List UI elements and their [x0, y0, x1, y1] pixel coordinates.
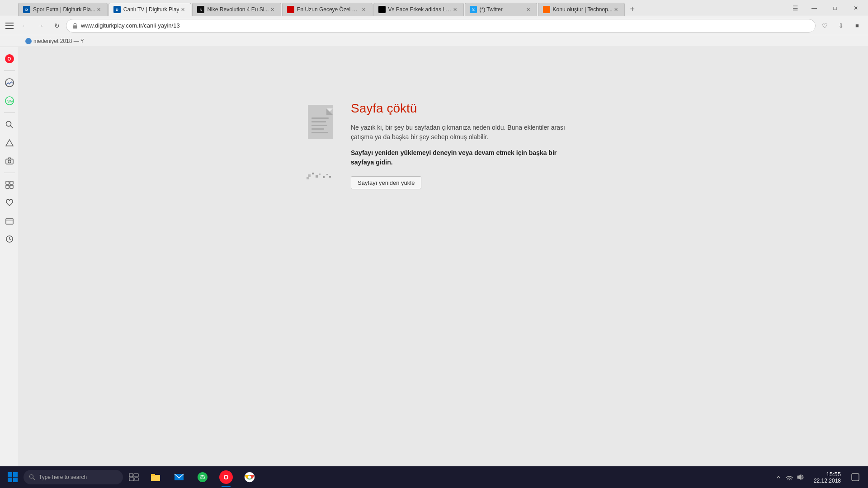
tab-movie[interactable]: En Uzun Geceye Özel D... ✕	[282, 3, 373, 16]
tray-arrow-icon	[776, 475, 781, 479]
doc-line-4	[311, 128, 324, 130]
toolbar: ← → ↻ www.digiturkplay.com.tr/canli-yayi…	[0, 16, 868, 35]
error-text: Sayfa çöktü Ne yazık ki, bir şey bu sayf…	[351, 101, 579, 189]
opera-logo-icon: O	[5, 54, 14, 63]
svg-rect-30	[129, 478, 134, 481]
reload-button[interactable]: ↻	[50, 19, 64, 33]
tray-arrow[interactable]	[774, 473, 783, 482]
svg-rect-29	[134, 474, 138, 477]
forward-button[interactable]: →	[33, 19, 48, 33]
svg-rect-25	[13, 478, 18, 482]
sidebar-camera-button[interactable]	[1, 153, 18, 169]
tab-technopat[interactable]: Konu oluştur | Technop... ✕	[538, 3, 625, 16]
notification-icon	[851, 473, 859, 481]
reload-page-button[interactable]: Sayfayı yeniden yükle	[351, 176, 421, 189]
title-bar: D Spor Extra | Digiturk Pla... ✕ D Canlı…	[0, 0, 868, 16]
tab-close-1[interactable]: ✕	[95, 6, 103, 13]
tabs-icon	[5, 217, 14, 225]
taskbar-clock[interactable]: 15:55 22.12.2018	[810, 471, 844, 484]
windows-icon	[7, 472, 18, 483]
sidebar-messenger-button[interactable]	[1, 75, 18, 91]
sidebar-favorites-button[interactable]	[1, 195, 18, 211]
tab-title-5: Vs Pace Erkek adidas La...	[388, 6, 452, 13]
tab-menu-button[interactable]: ☰	[789, 2, 801, 14]
network-icon	[785, 474, 793, 480]
sidebar-feed-button[interactable]	[1, 135, 18, 151]
taskbar: Type here to search	[0, 466, 868, 488]
svg-rect-23	[13, 472, 18, 477]
camera-icon	[5, 157, 14, 165]
tab-close-7[interactable]: ✕	[613, 6, 620, 13]
sidebar-divider-2	[4, 113, 15, 113]
svg-point-38	[248, 476, 251, 479]
tab-close-3[interactable]: ✕	[269, 6, 276, 13]
tab-nike[interactable]: N Nike Revolution 4 Eu Si... ✕	[192, 3, 281, 16]
svg-rect-24	[8, 478, 12, 482]
svg-point-11	[8, 160, 11, 163]
tab-adidas[interactable]: Vs Pace Erkek adidas La... ✕	[373, 3, 464, 16]
sidebar-opera-logo[interactable]: O	[1, 51, 18, 67]
bookmark-item[interactable]: medeniyet 2018 — Y	[23, 37, 87, 45]
clock-date: 22.12.2018	[814, 478, 841, 484]
pixel-3	[316, 175, 318, 178]
volume-icon	[797, 474, 804, 481]
download-button[interactable]: ⇩	[834, 19, 848, 33]
new-tab-button[interactable]: +	[626, 3, 639, 16]
taskbar-search-box[interactable]: Type here to search	[24, 470, 123, 484]
pixel-4	[319, 174, 321, 175]
taskbar-chrome[interactable]	[239, 466, 260, 488]
file-explorer-icon	[150, 472, 161, 483]
close-button[interactable]: ✕	[845, 1, 866, 15]
sidebar-toggle-button[interactable]	[4, 20, 15, 32]
start-button[interactable]	[4, 468, 22, 486]
sidebar-extensions-button[interactable]	[1, 177, 18, 193]
taskbar-search-text: Type here to search	[39, 474, 87, 480]
tab-close-6[interactable]: ✕	[525, 6, 532, 13]
account-button[interactable]: ■	[850, 19, 864, 33]
svg-point-7	[6, 122, 11, 127]
svg-line-27	[33, 478, 35, 480]
task-view-icon	[129, 473, 139, 481]
tab-favicon-1: D	[23, 6, 30, 13]
doc-line-5	[311, 132, 328, 133]
svg-point-26	[30, 475, 33, 479]
sidebar-tabs-button[interactable]	[1, 213, 18, 229]
tab-favicon-6: 𝕏	[470, 6, 477, 13]
taskbar-file-explorer[interactable]	[145, 466, 166, 488]
tab-close-2[interactable]: ✕	[179, 6, 186, 13]
sidebar-history-button[interactable]	[1, 231, 18, 247]
tab-twitter[interactable]: 𝕏 (*) Twitter ✕	[465, 3, 537, 16]
maximize-button[interactable]: □	[825, 1, 845, 15]
toolbar-right: ♡ ⇩ ■	[817, 19, 864, 33]
taskbar-mail[interactable]	[168, 466, 190, 488]
sidebar-search-button[interactable]	[1, 117, 18, 133]
tab-close-4[interactable]: ✕	[360, 6, 368, 13]
back-button[interactable]: ←	[17, 19, 32, 33]
pixel-6	[326, 174, 328, 175]
tab-canli-tv[interactable]: D Canlı TV | Digiturk Play ✕	[108, 3, 192, 16]
tab-close-5[interactable]: ✕	[452, 6, 459, 13]
tray-volume[interactable]	[796, 473, 805, 482]
notification-button[interactable]	[846, 468, 864, 486]
doc-line-1	[311, 117, 329, 119]
svg-rect-0	[5, 23, 14, 23]
bookmark-button[interactable]: ♡	[817, 19, 832, 33]
messenger-icon	[5, 78, 14, 87]
tray-network[interactable]	[785, 473, 794, 482]
svg-rect-2	[5, 28, 14, 29]
tab-spor-extra[interactable]: D Spor Extra | Digiturk Pla... ✕	[18, 3, 108, 16]
svg-rect-1	[5, 25, 14, 26]
tab-favicon-3: N	[197, 6, 204, 13]
address-bar[interactable]: www.digiturkplay.com.tr/canli-yayin/13	[66, 19, 816, 33]
tab-favicon-5	[378, 6, 386, 13]
minimize-button[interactable]: —	[804, 1, 825, 15]
tab-title-6: (*) Twitter	[480, 6, 525, 13]
tab-title-7: Konu oluştur | Technop...	[553, 6, 613, 13]
svg-rect-16	[6, 219, 13, 224]
task-view-button[interactable]	[125, 468, 143, 486]
bookmarks-bar: medeniyet 2018 — Y	[0, 35, 868, 47]
taskbar-opera[interactable]: O	[215, 466, 237, 488]
system-tray	[770, 473, 808, 482]
taskbar-spotify[interactable]	[192, 466, 213, 488]
sidebar-whatsapp-button[interactable]: WA	[1, 93, 18, 109]
